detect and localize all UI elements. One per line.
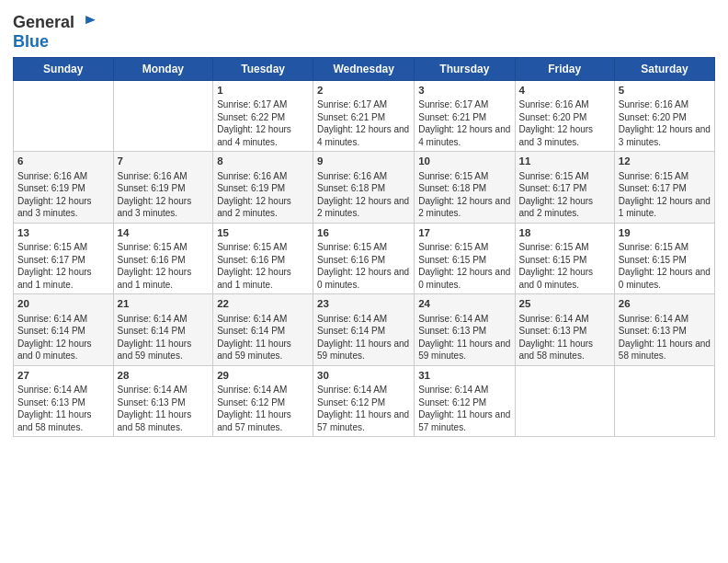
week-row-4: 20Sunrise: 6:14 AMSunset: 6:14 PMDayligh… (14, 294, 715, 366)
day-info: Sunrise: 6:17 AM (317, 98, 410, 111)
day-info: Sunset: 6:17 PM (17, 254, 109, 267)
dow-header-monday: Monday (113, 57, 213, 80)
day-info: Sunrise: 6:14 AM (519, 313, 610, 326)
day-info: Sunset: 6:13 PM (519, 325, 610, 338)
day-info: Sunrise: 6:15 AM (17, 241, 109, 254)
day-info: Sunrise: 6:17 AM (418, 98, 510, 111)
day-number: 22 (217, 297, 309, 312)
week-row-1: 1Sunrise: 6:17 AMSunset: 6:22 PMDaylight… (14, 80, 715, 152)
week-row-3: 13Sunrise: 6:15 AMSunset: 6:17 PMDayligh… (14, 223, 715, 294)
day-info: Sunrise: 6:14 AM (217, 384, 309, 396)
day-info: Daylight: 12 hours and 4 minutes. (217, 123, 309, 148)
day-number: 5 (619, 84, 711, 98)
day-number: 18 (519, 226, 610, 241)
day-info: Sunset: 6:17 PM (519, 182, 610, 195)
day-info: Daylight: 12 hours and 0 minutes. (418, 266, 510, 291)
calendar-cell: 24Sunrise: 6:14 AMSunset: 6:13 PMDayligh… (415, 294, 515, 366)
day-info: Sunset: 6:21 PM (317, 111, 410, 124)
day-info: Daylight: 12 hours and 1 minute. (17, 266, 109, 291)
logo-text-blue: Blue (13, 33, 97, 52)
day-info: Sunset: 6:15 PM (418, 254, 510, 267)
calendar-cell: 6Sunrise: 6:16 AMSunset: 6:19 PMDaylight… (14, 152, 114, 224)
dow-header-sunday: Sunday (14, 57, 114, 80)
day-info: Sunset: 6:14 PM (217, 325, 309, 338)
day-info: Sunrise: 6:16 AM (519, 98, 610, 111)
day-info: Sunset: 6:19 PM (17, 182, 109, 195)
calendar-cell: 3Sunrise: 6:17 AMSunset: 6:21 PMDaylight… (415, 80, 515, 152)
day-info: Daylight: 12 hours and 3 minutes. (17, 195, 109, 220)
day-info: Sunset: 6:14 PM (17, 325, 109, 338)
day-info: Sunrise: 6:16 AM (619, 98, 711, 111)
calendar-cell: 17Sunrise: 6:15 AMSunset: 6:15 PMDayligh… (415, 223, 515, 294)
calendar-cell: 22Sunrise: 6:14 AMSunset: 6:14 PMDayligh… (213, 294, 313, 366)
day-number: 27 (17, 369, 109, 384)
day-info: Sunset: 6:18 PM (317, 182, 410, 195)
day-info: Sunrise: 6:15 AM (619, 170, 711, 183)
dow-header-saturday: Saturday (614, 57, 714, 80)
day-info: Sunrise: 6:16 AM (317, 170, 410, 183)
day-number: 9 (317, 155, 410, 169)
day-info: Daylight: 11 hours and 57 minutes. (418, 408, 510, 433)
calendar-cell: 4Sunrise: 6:16 AMSunset: 6:20 PMDaylight… (515, 80, 614, 152)
calendar-cell: 12Sunrise: 6:15 AMSunset: 6:17 PMDayligh… (614, 152, 714, 224)
day-info: Sunrise: 6:14 AM (317, 313, 410, 326)
day-info: Sunrise: 6:14 AM (118, 384, 210, 396)
day-info: Daylight: 12 hours and 0 minutes. (17, 338, 109, 362)
day-info: Daylight: 12 hours and 1 minute. (118, 266, 210, 291)
day-info: Sunset: 6:22 PM (217, 111, 309, 124)
calendar-cell (614, 365, 714, 437)
calendar-cell: 18Sunrise: 6:15 AMSunset: 6:15 PMDayligh… (515, 223, 614, 294)
day-info: Sunset: 6:13 PM (17, 396, 109, 409)
page-container: General Blue SundayMondayTuesdayWednesda… (0, 0, 728, 446)
day-info: Daylight: 12 hours and 3 minutes. (519, 123, 610, 148)
day-info: Sunset: 6:13 PM (619, 325, 711, 338)
day-number: 23 (317, 297, 410, 312)
day-info: Daylight: 11 hours and 59 minutes. (217, 338, 309, 362)
day-info: Sunrise: 6:14 AM (619, 313, 711, 326)
logo: General Blue (13, 13, 97, 52)
calendar-cell: 8Sunrise: 6:16 AMSunset: 6:19 PMDaylight… (213, 152, 313, 224)
day-info: Daylight: 11 hours and 57 minutes. (317, 408, 410, 433)
day-info: Sunrise: 6:14 AM (217, 313, 309, 326)
day-info: Daylight: 12 hours and 2 minutes. (519, 195, 610, 220)
day-number: 2 (317, 84, 410, 98)
day-number: 31 (418, 369, 510, 384)
day-info: Sunset: 6:13 PM (118, 396, 210, 409)
day-number: 10 (418, 155, 510, 169)
calendar-cell: 28Sunrise: 6:14 AMSunset: 6:13 PMDayligh… (113, 365, 213, 437)
calendar-cell: 30Sunrise: 6:14 AMSunset: 6:12 PMDayligh… (313, 365, 415, 437)
day-info: Daylight: 11 hours and 59 minutes. (418, 338, 510, 362)
day-info: Sunrise: 6:17 AM (217, 98, 309, 111)
day-info: Sunset: 6:15 PM (619, 254, 711, 267)
day-info: Sunrise: 6:14 AM (418, 384, 510, 396)
calendar-table: SundayMondayTuesdayWednesdayThursdayFrid… (13, 57, 715, 438)
day-info: Daylight: 12 hours and 3 minutes. (118, 195, 210, 220)
day-number: 26 (619, 297, 711, 312)
calendar-cell: 13Sunrise: 6:15 AMSunset: 6:17 PMDayligh… (14, 223, 114, 294)
calendar-cell: 2Sunrise: 6:17 AMSunset: 6:21 PMDaylight… (313, 80, 415, 152)
day-info: Sunset: 6:20 PM (519, 111, 610, 124)
day-number: 29 (217, 369, 309, 384)
day-number: 7 (118, 155, 210, 169)
calendar-cell: 10Sunrise: 6:15 AMSunset: 6:18 PMDayligh… (415, 152, 515, 224)
day-info: Sunset: 6:21 PM (418, 111, 510, 124)
header: General Blue (13, 9, 715, 52)
day-info: Daylight: 12 hours and 2 minutes. (317, 195, 410, 220)
day-info: Daylight: 11 hours and 58 minutes. (619, 338, 711, 362)
day-number: 24 (418, 297, 510, 312)
svg-marker-1 (85, 16, 95, 24)
day-info: Daylight: 12 hours and 0 minutes. (317, 266, 410, 291)
week-row-5: 27Sunrise: 6:14 AMSunset: 6:13 PMDayligh… (14, 365, 715, 437)
day-info: Sunrise: 6:14 AM (17, 313, 109, 326)
day-info: Sunset: 6:16 PM (118, 254, 210, 267)
dow-header-wednesday: Wednesday (313, 57, 415, 80)
dow-header-thursday: Thursday (415, 57, 515, 80)
day-info: Sunrise: 6:16 AM (118, 170, 210, 183)
calendar-cell (14, 80, 114, 152)
calendar-cell: 21Sunrise: 6:14 AMSunset: 6:14 PMDayligh… (113, 294, 213, 366)
days-of-week-row: SundayMondayTuesdayWednesdayThursdayFrid… (14, 57, 715, 80)
day-number: 20 (17, 297, 109, 312)
day-number: 16 (317, 226, 410, 241)
logo-flag-icon (76, 13, 97, 33)
calendar-cell (515, 365, 614, 437)
